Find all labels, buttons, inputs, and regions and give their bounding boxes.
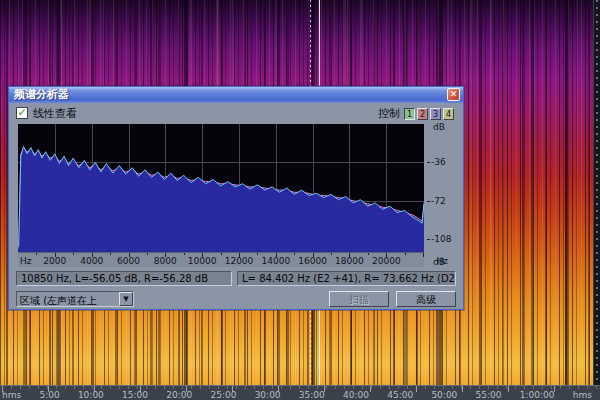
dialog-title: 频谱分析器	[9, 87, 69, 103]
db-axis-top-label: dB	[433, 122, 445, 132]
ruler-label: 35:00	[299, 391, 325, 400]
scan-button[interactable]: 扫描	[329, 291, 389, 307]
bottom-row: 区域 (左声道在上 ▼ 扫描 高级	[16, 291, 456, 307]
ruler-label: 15:00	[122, 391, 148, 400]
action-buttons: 扫描 高级	[329, 291, 456, 307]
ruler-label: hms	[573, 391, 592, 400]
hz-tick-mark	[257, 253, 258, 255]
frequency-analysis-dialog: 频谱分析器 ✕ ✓ 线性查看 控制 1234 dB dB -36-72-108 …	[8, 86, 464, 310]
hz-tick-label: 18000	[335, 256, 364, 266]
ruler-label: 20:00	[166, 391, 192, 400]
ruler-label: 30:00	[255, 391, 281, 400]
controls-group: 控制 1234	[378, 106, 454, 121]
hz-tick-mark	[165, 253, 166, 257]
hz-tick-mark	[276, 253, 277, 257]
hz-tick-mark	[405, 253, 406, 255]
control-button-3[interactable]: 3	[430, 108, 441, 120]
vertical-scrollbar[interactable]	[593, 0, 600, 385]
db-tick-label: -36	[427, 157, 446, 167]
linear-view-checkbox[interactable]: ✓	[16, 107, 28, 119]
hz-tick-label: 4000	[80, 256, 103, 266]
control-button-1[interactable]: 1	[404, 108, 415, 120]
ruler-label: 5:00	[39, 391, 59, 400]
advanced-button[interactable]: 高级	[396, 291, 456, 307]
ruler-label: 55:00	[476, 391, 502, 400]
cursor-readout-field: 10850 Hz, L=-56.05 dB, R=-56.28 dB	[16, 271, 232, 286]
spectrum-svg	[18, 124, 424, 252]
overall-frequency-field: L= 84.402 Hz (E2 +41), R= 73.662 Hz (D2 …	[237, 271, 456, 286]
hz-axis: Hz Hz 2000400060008000100001200014000160…	[18, 252, 424, 267]
hz-tick-mark	[129, 253, 130, 257]
left-channel-fill	[18, 146, 424, 252]
hz-tick-mark	[313, 253, 314, 257]
ruler-label: 50:00	[431, 391, 457, 400]
hz-tick-mark	[202, 253, 203, 257]
control-button-4[interactable]: 4	[443, 108, 454, 120]
control-button-2[interactable]: 2	[417, 108, 428, 120]
hz-tick-label: 2000	[43, 256, 66, 266]
hz-tick-label: 16000	[298, 256, 327, 266]
hz-axis-start-label: Hz	[20, 256, 32, 266]
hz-tick-label: 14000	[261, 256, 290, 266]
timeline-ruler[interactable]: hms5:0010:0015:0020:0025:0030:0035:0040:…	[0, 385, 600, 400]
combo-dropdown-button[interactable]: ▼	[119, 292, 133, 306]
hz-tick-mark	[349, 253, 350, 257]
options-row: ✓ 线性查看 控制 1234	[16, 105, 458, 121]
hz-tick-mark	[147, 253, 148, 255]
db-axis: dB dB -36-72-108	[424, 124, 454, 267]
controls-label: 控制	[378, 106, 400, 121]
status-row: 10850 Hz, L=-56.05 dB, R=-56.28 dB L= 84…	[16, 271, 456, 286]
ruler-label: 1:00:00	[520, 391, 555, 400]
close-button[interactable]: ✕	[447, 88, 460, 101]
range-combo-value: 区域 (左声道在上	[17, 292, 119, 306]
range-combo[interactable]: 区域 (左声道在上 ▼	[16, 291, 134, 307]
hz-tick-label: 8000	[154, 256, 177, 266]
close-icon: ✕	[450, 90, 458, 99]
hz-tick-mark	[36, 253, 37, 255]
hz-tick-mark	[331, 253, 332, 255]
ruler-label: 45:00	[387, 391, 413, 400]
hz-tick-mark	[55, 253, 56, 257]
db-tick-label: -72	[427, 196, 446, 206]
app-screen: hms5:0010:0015:0020:0025:0030:0035:0040:…	[0, 0, 600, 400]
ruler-labels: hms5:0010:0015:0020:0025:0030:0035:0040:…	[2, 391, 592, 400]
hz-tick-mark	[423, 253, 424, 257]
hz-axis-end-label: Hz	[437, 256, 449, 266]
hz-tick-mark	[92, 253, 93, 257]
hz-tick-mark	[368, 253, 369, 255]
hz-tick-label: 6000	[117, 256, 140, 266]
hz-tick-mark	[73, 253, 74, 255]
hz-tick-label: 10000	[188, 256, 217, 266]
linear-view-label[interactable]: 线性查看	[33, 106, 77, 121]
ruler-label: 10:00	[78, 391, 104, 400]
hz-tick-mark	[184, 253, 185, 255]
chevron-down-icon: ▼	[123, 295, 128, 303]
ruler-label: 25:00	[210, 391, 236, 400]
spectrum-plot[interactable]	[18, 124, 424, 252]
hz-tick-mark	[239, 253, 240, 257]
spectrum-graph: dB dB -36-72-108 Hz Hz 20004000600080001…	[18, 124, 463, 267]
control-buttons: 1234	[404, 108, 454, 120]
hz-tick-label: 12000	[225, 256, 254, 266]
hz-tick-mark	[110, 253, 111, 255]
checkmark-icon: ✓	[17, 108, 26, 118]
ruler-label: 40:00	[343, 391, 369, 400]
hz-tick-mark	[294, 253, 295, 255]
hz-tick-mark	[386, 253, 387, 257]
ruler-label: hms	[2, 391, 21, 400]
dialog-titlebar[interactable]: 频谱分析器 ✕	[9, 87, 463, 103]
hz-tick-mark	[221, 253, 222, 255]
hz-tick-label: 20000	[372, 256, 401, 266]
db-tick-label: -108	[427, 234, 451, 244]
